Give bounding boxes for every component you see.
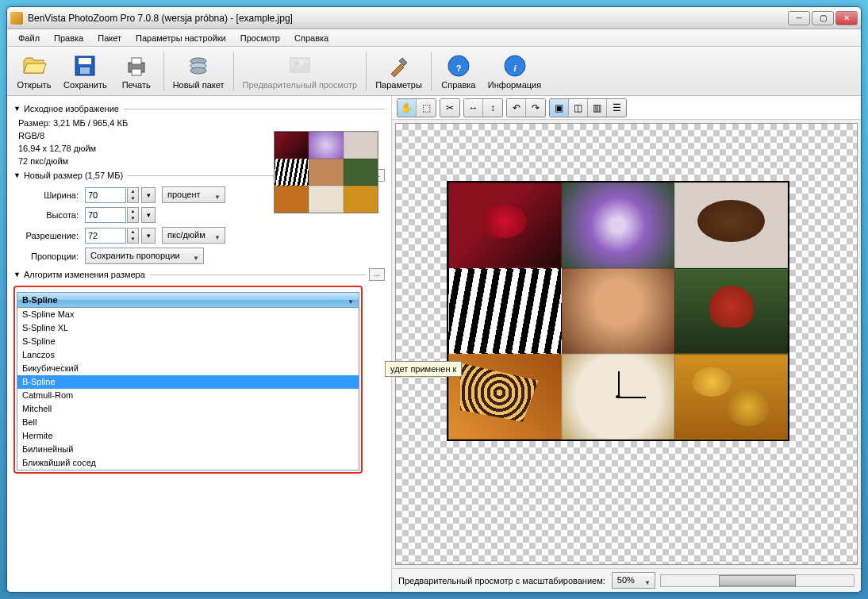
- menu-settings[interactable]: Параметры настройки: [129, 32, 232, 44]
- preview-image: [447, 181, 789, 441]
- svg-rect-4: [132, 58, 141, 64]
- bottom-bar: Предварительный просмотр с масштабирован…: [392, 568, 861, 592]
- res-step[interactable]: ▾: [141, 228, 156, 244]
- options-button[interactable]: …: [369, 268, 385, 281]
- window-title: BenVista PhotoZoom Pro 7.0.8 (wersja pró…: [28, 13, 788, 24]
- algo-option[interactable]: S-Spline Max: [17, 308, 359, 321]
- save-button[interactable]: Сохранить: [58, 49, 113, 94]
- prop-combo[interactable]: Сохранить пропорции: [85, 248, 204, 264]
- width-label: Ширина:: [13, 190, 85, 200]
- layout-2[interactable]: ◫: [569, 99, 588, 117]
- preview-canvas[interactable]: [395, 123, 858, 565]
- svg-rect-2: [80, 67, 90, 74]
- hand-tool[interactable]: ✋: [398, 99, 417, 117]
- algo-option[interactable]: Бикубический: [17, 362, 359, 375]
- height-input[interactable]: [85, 207, 126, 223]
- right-panel: ✋⬚ ✂ ↔↕ ↶↷ ▣◫▥☰: [392, 96, 861, 592]
- printer-icon: [124, 53, 149, 79]
- preview-button[interactable]: Предварительный просмотр: [237, 49, 363, 94]
- print-button[interactable]: Печать: [113, 49, 160, 94]
- toolbar: Открыть Сохранить Печать Новый пакет Пре…: [7, 47, 861, 96]
- batch-icon: [186, 53, 211, 79]
- select-tool[interactable]: ⬚: [417, 99, 436, 117]
- algo-dropdown: S-Spline Max S-Spline XL S-Spline Lanczo…: [17, 308, 359, 470]
- zoom-label: Предварительный просмотр с масштабирован…: [398, 576, 605, 586]
- titlebar: BenVista PhotoZoom Pro 7.0.8 (wersja pró…: [7, 7, 861, 29]
- algo-option[interactable]: Ближайший сосед: [17, 456, 359, 470]
- algo-highlight: B-Spline S-Spline Max S-Spline XL S-Spli…: [13, 286, 363, 474]
- newbatch-button[interactable]: Новый пакет: [167, 49, 230, 94]
- layout-1[interactable]: ▣: [550, 99, 569, 117]
- info-button[interactable]: iИнформация: [482, 49, 547, 94]
- svg-rect-5: [132, 69, 141, 75]
- close-button[interactable]: ✕: [835, 11, 858, 25]
- minimize-button[interactable]: ─: [788, 11, 810, 25]
- algo-option[interactable]: Lanczos: [17, 348, 359, 362]
- layout-4[interactable]: ☰: [607, 99, 626, 117]
- height-label: Высота:: [13, 210, 85, 220]
- floppy-icon: [72, 53, 98, 79]
- algo-combo[interactable]: B-Spline: [17, 292, 359, 308]
- menu-file[interactable]: Файл: [12, 32, 46, 44]
- flip-v-tool[interactable]: ↕: [483, 99, 502, 117]
- width-spinner[interactable]: ▲▼: [127, 187, 139, 203]
- algo-header[interactable]: ▼Алгоритм изменения размера…: [13, 268, 385, 281]
- preview-icon: [287, 53, 313, 79]
- menu-help[interactable]: Справка: [288, 32, 335, 44]
- h-scrollbar[interactable]: [660, 574, 855, 587]
- svg-text:?: ?: [455, 63, 461, 73]
- view-toolbar: ✋⬚ ✂ ↔↕ ↶↷ ▣◫▥☰: [392, 96, 861, 120]
- svg-point-8: [190, 67, 206, 74]
- app-icon: [10, 12, 23, 25]
- prop-label: Пропорции:: [13, 252, 85, 261]
- zoom-combo[interactable]: 50%: [612, 572, 655, 589]
- layout-3[interactable]: ▥: [588, 99, 607, 117]
- algo-option-selected[interactable]: B-Spline: [17, 375, 359, 389]
- collapse-icon: ▼: [13, 105, 21, 113]
- help-icon: ?: [446, 53, 471, 79]
- res-input[interactable]: [85, 228, 126, 244]
- flip-h-tool[interactable]: ↔: [464, 99, 483, 117]
- crop-tool[interactable]: ✂: [440, 99, 459, 117]
- open-button[interactable]: Открыть: [10, 49, 58, 94]
- resunit-combo[interactable]: пкс/дюйм: [162, 227, 225, 244]
- source-thumbnail: [274, 131, 378, 213]
- height-spinner[interactable]: ▲▼: [127, 207, 139, 223]
- help-button[interactable]: ?Справка: [435, 49, 482, 94]
- algo-option[interactable]: Bell: [17, 416, 359, 429]
- rotate-ccw-tool[interactable]: ↶: [507, 99, 526, 117]
- res-spinner[interactable]: ▲▼: [127, 228, 139, 244]
- info-icon: i: [502, 53, 528, 79]
- menu-view[interactable]: Просмотр: [234, 32, 286, 44]
- source-size: Размер: 3,21 МБ / 965,4 КБ: [18, 118, 385, 128]
- algo-option[interactable]: Mitchell: [17, 402, 359, 416]
- maximize-button[interactable]: ▢: [812, 11, 834, 25]
- app-window: BenVista PhotoZoom Pro 7.0.8 (wersja pró…: [6, 6, 862, 593]
- source-header[interactable]: ▼Исходное изображение: [13, 104, 385, 113]
- svg-rect-1: [79, 58, 91, 64]
- res-label: Разрешение:: [13, 231, 85, 240]
- menu-edit[interactable]: Правка: [48, 32, 90, 44]
- collapse-icon: ▼: [13, 271, 21, 278]
- unit-combo[interactable]: процент: [162, 186, 225, 203]
- params-button[interactable]: Параметры: [370, 49, 428, 94]
- algo-option[interactable]: Билинейный: [17, 443, 359, 456]
- folder-open-icon: [21, 53, 47, 79]
- tools-icon: [386, 53, 412, 79]
- algo-option[interactable]: Catmull-Rom: [17, 389, 359, 402]
- algo-option[interactable]: S-Spline XL: [17, 321, 359, 335]
- menubar: Файл Правка Пакет Параметры настройки Пр…: [7, 29, 861, 47]
- algo-option[interactable]: Hermite: [17, 429, 359, 443]
- menu-batch[interactable]: Пакет: [91, 32, 128, 44]
- algo-option[interactable]: S-Spline: [17, 335, 359, 348]
- width-step[interactable]: ▾: [141, 187, 156, 203]
- height-step[interactable]: ▾: [141, 207, 156, 223]
- width-input[interactable]: [85, 187, 126, 203]
- collapse-icon: ▼: [13, 171, 21, 179]
- tooltip: удет применен к: [385, 361, 462, 377]
- rotate-cw-tool[interactable]: ↷: [526, 99, 545, 117]
